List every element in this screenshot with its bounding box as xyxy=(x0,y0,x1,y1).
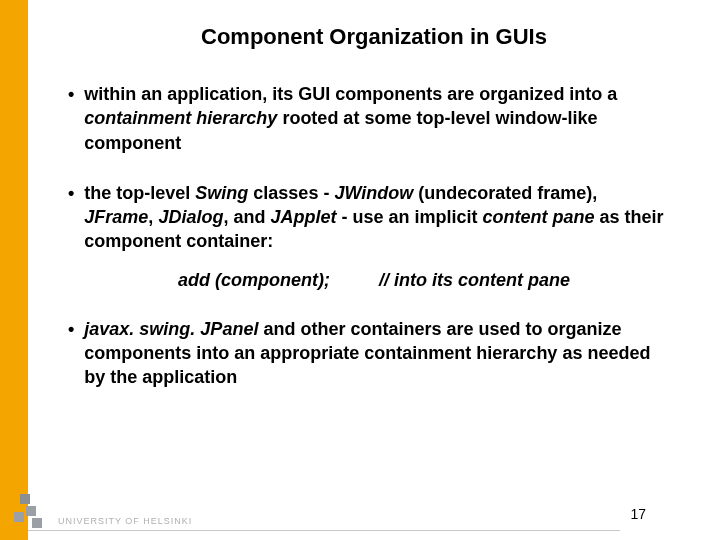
university-logo-icon xyxy=(12,494,50,532)
bullet-marker: • xyxy=(68,317,74,390)
code-line: add (component); // into its content pan… xyxy=(68,270,670,291)
bullet-list: • within an application, its GUI compone… xyxy=(28,82,720,390)
code-call: add (component); xyxy=(178,270,330,290)
bullet-item: • javax. swing. JPanel and other contain… xyxy=(68,317,670,390)
code-comment: // into its content pane xyxy=(379,270,570,290)
bullet-item: • the top-level Swing classes - JWindow … xyxy=(68,181,670,254)
page-number: 17 xyxy=(630,506,646,522)
footer-divider xyxy=(28,530,620,531)
slide-content: Component Organization in GUIs • within … xyxy=(28,0,720,540)
slide-title: Component Organization in GUIs xyxy=(28,24,720,50)
bullet-text: the top-level Swing classes - JWindow (u… xyxy=(84,181,670,254)
bullet-item: • within an application, its GUI compone… xyxy=(68,82,670,155)
bullet-text: within an application, its GUI component… xyxy=(84,82,670,155)
university-label: UNIVERSITY OF HELSINKI xyxy=(58,516,192,526)
orange-sidebar xyxy=(0,0,28,540)
bullet-text: javax. swing. JPanel and other container… xyxy=(84,317,670,390)
bullet-marker: • xyxy=(68,181,74,254)
bullet-marker: • xyxy=(68,82,74,155)
